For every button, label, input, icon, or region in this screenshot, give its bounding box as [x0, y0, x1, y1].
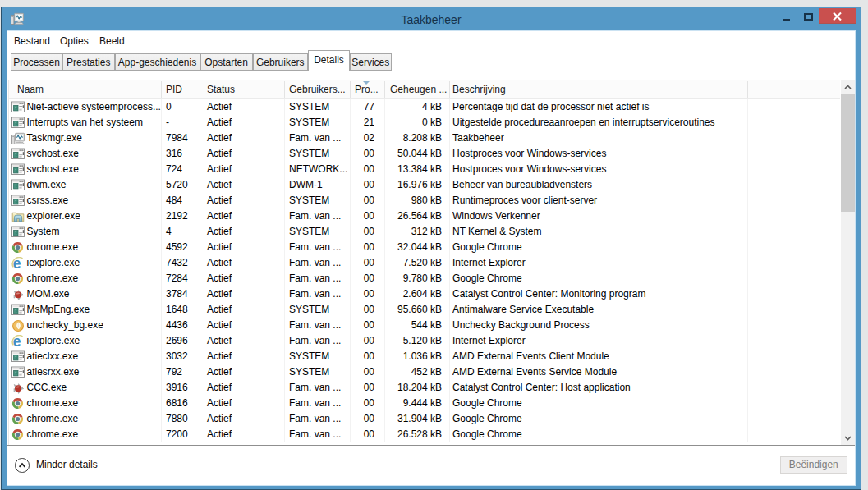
- svg-text:e: e: [12, 257, 21, 270]
- svg-text:e: e: [12, 335, 21, 348]
